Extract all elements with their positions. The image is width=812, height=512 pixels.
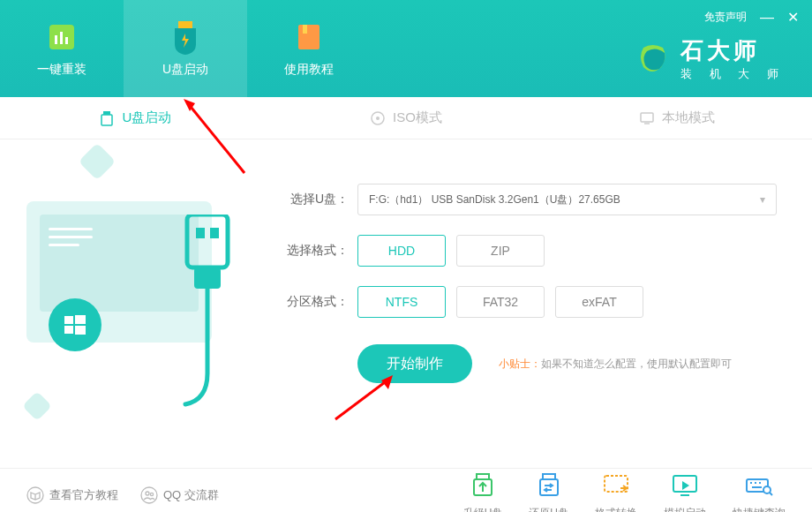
usb-icon (99, 110, 115, 126)
action-hotkey-lookup[interactable]: 快捷键查询 (733, 470, 786, 513)
people-icon (140, 486, 158, 504)
svg-point-24 (150, 493, 153, 495)
iso-icon (370, 110, 386, 126)
svg-rect-11 (641, 113, 653, 122)
illustration (0, 139, 265, 468)
minimize-button[interactable]: — (760, 10, 774, 26)
partition-ntfs[interactable]: NTFS (357, 286, 446, 318)
windows-icon (49, 298, 102, 351)
tip-text: 小贴士：如果不知道怎么配置，使用默认配置即可 (499, 357, 732, 372)
action-format-convert[interactable]: 格式转换 (595, 470, 637, 513)
subtab-iso[interactable]: ISO模式 (271, 97, 542, 139)
book-open-icon (26, 486, 44, 504)
svg-rect-19 (210, 228, 219, 238)
close-button[interactable]: ✕ (787, 9, 799, 26)
qq-group-link[interactable]: QQ 交流群 (140, 486, 219, 504)
svg-rect-4 (178, 21, 192, 28)
action-upgrade-usb[interactable]: 升级U盘 (463, 470, 503, 513)
usb-plug-icon (177, 215, 238, 426)
svg-rect-18 (196, 228, 205, 238)
select-usb-label: 选择U盘： (282, 192, 349, 207)
partition-label: 分区格式： (282, 294, 349, 310)
svg-rect-28 (540, 479, 558, 495)
svg-rect-20 (194, 267, 221, 289)
upgrade-icon (467, 470, 499, 501)
svg-rect-15 (64, 326, 73, 334)
svg-rect-6 (303, 25, 307, 34)
svg-rect-13 (64, 316, 73, 324)
usb-shield-icon (168, 19, 203, 55)
svg-rect-8 (102, 115, 112, 125)
book-icon (291, 19, 327, 55)
svg-rect-14 (75, 315, 86, 324)
nav-usb-boot[interactable]: U盘启动 (124, 0, 247, 97)
format-label: 选择格式： (282, 243, 349, 259)
disclaimer-link[interactable]: 免责声明 (704, 10, 747, 25)
partition-fat32[interactable]: FAT32 (456, 286, 545, 318)
action-restore-usb[interactable]: 还原U盘 (529, 470, 568, 513)
simulate-icon (669, 470, 701, 501)
svg-rect-1 (55, 35, 57, 44)
restore-icon (533, 470, 565, 501)
svg-line-38 (770, 493, 772, 495)
convert-icon (600, 470, 632, 501)
partition-exfat[interactable]: exFAT (555, 286, 643, 318)
format-zip[interactable]: ZIP (456, 235, 545, 267)
format-hdd[interactable]: HDD (357, 235, 446, 267)
svg-rect-2 (60, 32, 63, 44)
usb-select[interactable]: F:G:（hd1） USB SanDisk 3.2Gen1（U盘）27.65GB… (357, 184, 777, 215)
subtabs: U盘启动 ISO模式 本地模式 (0, 97, 812, 139)
official-tutorial-link[interactable]: 查看官方教程 (26, 486, 118, 504)
svg-rect-5 (298, 25, 320, 49)
svg-point-10 (376, 117, 380, 120)
subtab-local[interactable]: 本地模式 (541, 97, 812, 139)
annotation-arrow-1 (183, 98, 262, 186)
svg-rect-16 (75, 326, 86, 335)
action-simulate-boot[interactable]: 模拟启动 (664, 470, 706, 513)
annotation-arrow-2 (327, 375, 397, 428)
nav-reinstall[interactable]: 一键重装 (0, 0, 124, 97)
svg-point-37 (763, 486, 771, 493)
svg-point-22 (141, 487, 157, 503)
svg-rect-17 (187, 215, 228, 267)
brand-logo: 石大师 装 机 大 师 (635, 35, 786, 82)
bar-chart-icon (44, 19, 79, 55)
monitor-icon (639, 110, 655, 126)
svg-rect-3 (65, 37, 68, 44)
svg-point-23 (146, 492, 149, 495)
nav-tutorial[interactable]: 使用教程 (247, 0, 371, 97)
header: 一键重装 U盘启动 使用教程 免责声明 — ✕ 石大师 装 机 大 师 (0, 0, 812, 97)
keyboard-search-icon (743, 470, 775, 501)
chevron-down-icon: ▾ (760, 193, 765, 206)
